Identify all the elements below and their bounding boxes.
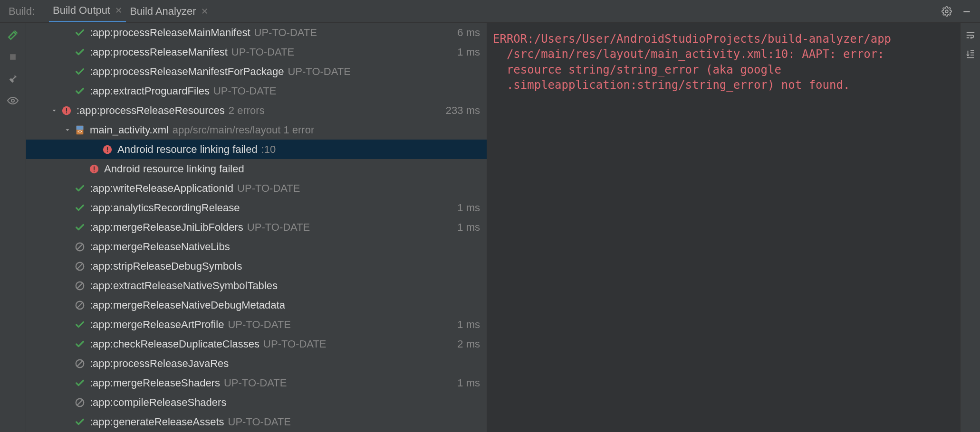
svg-rect-11 (107, 147, 108, 150)
right-toolbar (960, 23, 980, 432)
stop-icon[interactable] (6, 50, 19, 64)
task-name: :app:mergeReleaseArtProfile (90, 319, 224, 331)
tree-row[interactable]: :app:mergeReleaseJniLibFoldersUP-TO-DATE… (26, 217, 487, 237)
task-status: UP-TO-DATE (228, 319, 290, 331)
chevron-down-icon[interactable] (61, 127, 74, 133)
svg-rect-12 (107, 151, 108, 152)
scroll-end-icon[interactable] (964, 47, 977, 61)
check-icon (74, 66, 86, 78)
task-name: :app:extractReleaseNativeSymbolTables (90, 280, 278, 292)
task-name: :app:mergeReleaseJniLibFolders (90, 221, 243, 234)
task-time: 1 ms (457, 319, 480, 331)
tree-row[interactable]: :app:processReleaseResources2 errors233 … (26, 101, 487, 120)
tab-bar: Build: Build Output ✕ Build Analyzer ✕ (0, 0, 980, 23)
svg-line-27 (77, 400, 83, 405)
task-name: :app:checkReleaseDuplicateClasses (90, 338, 259, 350)
skip-icon (74, 357, 86, 370)
eye-icon[interactable] (6, 94, 19, 107)
tree-row[interactable]: Android resource linking failed (26, 159, 487, 178)
close-icon[interactable]: ✕ (115, 5, 122, 16)
task-name: Android resource linking failed (117, 143, 258, 156)
gear-icon[interactable] (941, 6, 952, 17)
tree-row[interactable]: :app:mergeReleaseNativeDebugMetadata (26, 295, 487, 315)
svg-rect-5 (66, 108, 67, 111)
tree-row[interactable]: :app:extractProguardFilesUP-TO-DATE (26, 81, 487, 101)
wrap-icon[interactable] (964, 28, 977, 42)
tree-row[interactable]: :app:stripReleaseDebugSymbols (26, 256, 487, 276)
check-icon (74, 85, 86, 97)
task-name: :app:extractProguardFiles (90, 85, 210, 97)
check-icon (74, 27, 86, 39)
tab-build-analyzer[interactable]: Build Analyzer ✕ (126, 0, 211, 22)
svg-line-25 (77, 361, 83, 366)
error-line: /src/main/res/layout/main_activity.xml:1… (493, 47, 954, 62)
task-name: :app:processReleaseManifestForPackage (90, 66, 284, 78)
tree-row[interactable]: :app:mergeReleaseNativeLibs (26, 237, 487, 256)
tab-build-output[interactable]: Build Output ✕ (49, 0, 126, 22)
task-name: :app:stripReleaseDebugSymbols (90, 260, 242, 272)
task-time: 6 ms (457, 27, 480, 39)
tree-row[interactable]: :app:extractReleaseNativeSymbolTables (26, 276, 487, 295)
close-icon[interactable]: ✕ (201, 6, 208, 17)
task-status: UP-TO-DATE (224, 377, 287, 389)
task-time: 1 ms (457, 202, 480, 214)
tree-row[interactable]: :app:mergeReleaseShadersUP-TO-DATE1 ms (26, 373, 487, 393)
skip-icon (74, 241, 86, 253)
tree-row[interactable]: :app:writeReleaseApplicationIdUP-TO-DATE (26, 178, 487, 198)
task-status: UP-TO-DATE (228, 416, 291, 428)
task-time: 1 ms (457, 221, 480, 234)
tree-row[interactable]: :app:analyticsRecordingRelease1 ms (26, 198, 487, 217)
check-icon (74, 377, 86, 389)
task-status: UP-TO-DATE (288, 66, 350, 78)
tab-label: Build Analyzer (130, 5, 196, 18)
hammer-icon[interactable] (6, 28, 19, 42)
check-icon (74, 416, 86, 428)
task-name: :app:mergeReleaseNativeLibs (90, 241, 230, 253)
chevron-down-icon[interactable] (48, 107, 60, 114)
skip-icon (74, 280, 86, 292)
svg-rect-2 (10, 54, 16, 60)
task-name: main_activity.xml (90, 124, 169, 136)
tree-row[interactable]: :app:compileReleaseShaders (26, 393, 487, 412)
error-icon (101, 143, 114, 156)
pin-icon[interactable] (6, 72, 19, 85)
task-name: :app:processReleaseManifest (90, 46, 228, 58)
check-icon (74, 338, 86, 350)
task-name: :app:mergeReleaseShaders (90, 377, 220, 389)
minimize-icon[interactable] (961, 6, 972, 17)
tree-row[interactable]: :app:checkReleaseDuplicateClassesUP-TO-D… (26, 334, 487, 354)
task-name: Android resource linking failed (104, 163, 244, 175)
svg-text:<>: <> (77, 129, 82, 133)
svg-rect-15 (94, 170, 95, 171)
error-line: ERROR:/Users/User/AndroidStudioProjects/… (493, 31, 954, 47)
svg-line-17 (77, 244, 83, 249)
skip-icon (74, 260, 86, 272)
tree-row[interactable]: :app:processReleaseMainManifestUP-TO-DAT… (26, 23, 487, 42)
build-tree[interactable]: :app:processReleaseMainManifestUP-TO-DAT… (26, 23, 487, 432)
task-name: :app:mergeReleaseNativeDebugMetadata (90, 299, 285, 311)
task-name: :app:analyticsRecordingRelease (90, 202, 240, 214)
svg-rect-6 (66, 112, 67, 113)
error-icon (88, 163, 100, 175)
tree-row[interactable]: :app:generateReleaseAssetsUP-TO-DATE (26, 412, 487, 432)
task-time: 233 ms (446, 104, 480, 117)
task-status: UP-TO-DATE (263, 338, 326, 350)
tree-row[interactable]: Android resource linking failed:10 (26, 140, 487, 159)
tree-row[interactable]: :app:processReleaseJavaRes (26, 354, 487, 373)
check-icon (74, 221, 86, 234)
svg-point-0 (945, 10, 948, 13)
check-icon (74, 182, 86, 195)
task-time: 2 ms (457, 338, 480, 350)
task-name: :app:processReleaseMainManifest (90, 27, 250, 39)
tree-row[interactable]: :app:mergeReleaseArtProfileUP-TO-DATE1 m… (26, 315, 487, 334)
error-icon (60, 104, 73, 117)
tree-row[interactable]: :app:processReleaseManifestUP-TO-DATE1 m… (26, 42, 487, 62)
tree-row[interactable]: :app:processReleaseManifestForPackageUP-… (26, 62, 487, 81)
tree-row[interactable]: <>main_activity.xmlapp/src/main/res/layo… (26, 120, 487, 140)
svg-rect-1 (963, 11, 970, 12)
error-line: resource string/string_error (aka google (493, 62, 954, 77)
task-name: :app:processReleaseJavaRes (90, 357, 229, 370)
task-status: :10 (261, 143, 276, 156)
task-name: :app:writeReleaseApplicationId (90, 182, 233, 195)
task-status: UP-TO-DATE (247, 221, 310, 234)
